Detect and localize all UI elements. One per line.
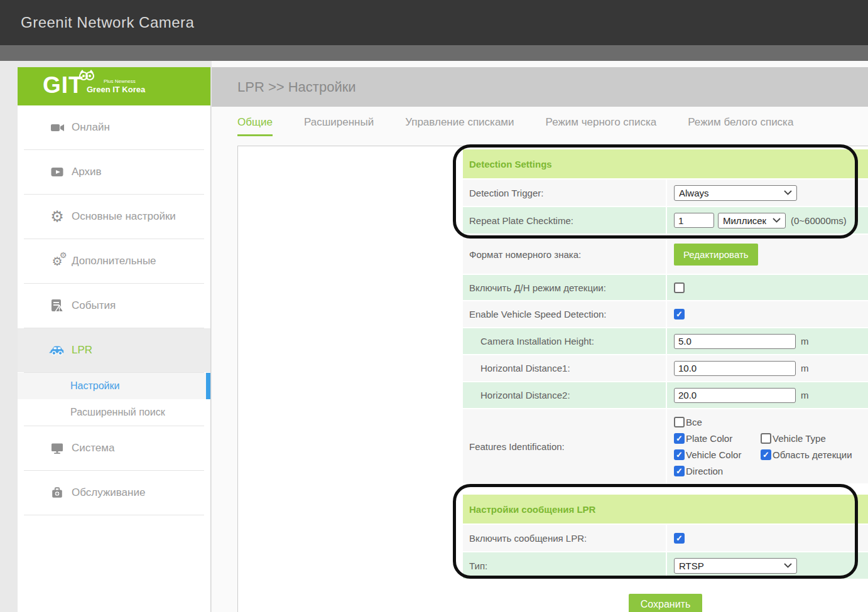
feature-all[interactable]: Все bbox=[674, 417, 761, 427]
row-camera-height: Camera Installation Height: m bbox=[463, 328, 868, 354]
chevron-down-icon bbox=[784, 190, 792, 195]
sidebar-item-basic-settings[interactable]: ⚙ Основные настройки bbox=[18, 195, 210, 239]
sidebar-subitem-advanced-search[interactable]: Расширенный поиск bbox=[18, 399, 210, 426]
message-type-value: RTSP bbox=[679, 561, 704, 571]
feature-direction[interactable]: Direction bbox=[674, 466, 761, 476]
feature-all-label: Все bbox=[686, 417, 702, 427]
gears-icon: ⚙⚙ bbox=[49, 255, 65, 267]
owl-icon bbox=[77, 68, 96, 82]
sidebar: GIT Plus Newness Green IT Korea Онлайн bbox=[18, 67, 211, 612]
speed-detection-checkbox[interactable] bbox=[674, 309, 685, 319]
enable-lpr-messages-checkbox[interactable] bbox=[674, 533, 685, 544]
tab-blacklist-mode[interactable]: Режим черного списка bbox=[546, 116, 657, 136]
tab-general[interactable]: Общие bbox=[237, 116, 273, 136]
settings-panel: Detection Settings Detection Trigger: Al… bbox=[237, 146, 868, 612]
row-detection-trigger: Detection Trigger: Always bbox=[463, 180, 868, 206]
detection-trigger-label: Detection Trigger: bbox=[463, 180, 666, 206]
feature-vehicle-color[interactable]: Vehicle Color bbox=[674, 449, 761, 460]
row-plate-format: Формат номерного знака: Редактировать bbox=[463, 235, 868, 274]
detection-trigger-value: Always bbox=[679, 188, 709, 198]
edit-plate-format-button[interactable]: Редактировать bbox=[674, 244, 758, 266]
sidebar-item-label: Основные настройки bbox=[72, 210, 176, 223]
sidebar-item-archive[interactable]: Архив bbox=[18, 150, 210, 194]
feature-detection-area[interactable]: Область детекции bbox=[761, 449, 852, 460]
monitor-icon bbox=[49, 441, 65, 456]
feature-detection-area-label: Область детекции bbox=[773, 449, 852, 460]
event-document-icon bbox=[49, 298, 65, 313]
save-row: Сохранить bbox=[463, 594, 868, 612]
sidebar-divider bbox=[24, 515, 204, 515]
tab-bar: Общие Расширенный Управление списками Ре… bbox=[237, 116, 793, 136]
horizontal-distance1-input[interactable] bbox=[674, 361, 796, 376]
speed-detection-label: Enable Vehicle Speed Detection: bbox=[463, 301, 666, 327]
feature-vehicle-type-checkbox[interactable] bbox=[761, 433, 771, 444]
feature-direction-checkbox[interactable] bbox=[674, 466, 685, 476]
row-repeat-checktime: Repeat Plate Checktime: Миллисек (0~6000… bbox=[463, 207, 868, 234]
repeat-checktime-input[interactable] bbox=[674, 213, 714, 228]
section-header-lpr-messages: Настройки сообщения LPR bbox=[463, 495, 868, 523]
brand-logo: GIT Plus Newness Green IT Korea bbox=[18, 67, 210, 105]
sidebar-item-label: Архив bbox=[72, 166, 102, 178]
active-indicator-bar bbox=[206, 373, 210, 399]
sidebar-menu: Онлайн Архив ⚙ Основные настройки ⚙⚙ Доп… bbox=[18, 105, 210, 515]
feature-vehicle-color-checkbox[interactable] bbox=[674, 449, 685, 460]
tab-whitelist-mode[interactable]: Режим белого списка bbox=[688, 116, 793, 136]
repeat-checktime-label: Repeat Plate Checktime: bbox=[463, 207, 666, 234]
feature-vehicle-color-label: Vehicle Color bbox=[686, 449, 741, 460]
breadcrumb: LPR >> Настройки bbox=[237, 79, 356, 95]
logo-tagline-bottom: Green IT Korea bbox=[87, 85, 145, 94]
toolbox-icon bbox=[49, 486, 65, 500]
section-header-detection-settings: Detection Settings bbox=[463, 149, 868, 178]
row-day-night-mode: Включить Д/Н режим детекции: bbox=[463, 275, 868, 300]
sidebar-item-system[interactable]: Система bbox=[18, 426, 210, 470]
sidebar-item-events[interactable]: События bbox=[18, 284, 210, 328]
sidebar-item-label: Система bbox=[72, 442, 114, 454]
sidebar-item-label: События bbox=[72, 299, 116, 312]
detection-trigger-select[interactable]: Always bbox=[674, 185, 797, 201]
sidebar-item-advanced[interactable]: ⚙⚙ Дополнительные bbox=[18, 239, 210, 283]
row-horizontal-distance1: Horizontal Distance1: m bbox=[463, 355, 868, 381]
sidebar-item-maintenance[interactable]: Обслуживание bbox=[18, 471, 210, 515]
horizontal-distance2-input[interactable] bbox=[674, 388, 796, 403]
feature-plate-color[interactable]: Plate Color bbox=[674, 433, 761, 444]
video-camera-icon bbox=[49, 120, 65, 135]
row-horizontal-distance2: Horizontal Distance2: m bbox=[463, 382, 868, 408]
feature-direction-label: Direction bbox=[686, 466, 723, 476]
day-night-mode-label: Включить Д/Н режим детекции: bbox=[463, 275, 666, 300]
feature-detection-area-checkbox[interactable] bbox=[761, 449, 771, 460]
sidebar-item-label: Обслуживание bbox=[72, 486, 145, 499]
sidebar-subitem-label: Настройки bbox=[70, 380, 119, 392]
settings-table: Detection Settings Detection Trigger: Al… bbox=[463, 149, 868, 612]
sidebar-item-label: Онлайн bbox=[72, 121, 110, 134]
car-icon bbox=[49, 343, 65, 358]
horizontal-distance1-unit: m bbox=[801, 363, 809, 373]
feature-plate-color-checkbox[interactable] bbox=[674, 433, 685, 444]
features-checkbox-group: Все Plate Color Vehicle Type bbox=[674, 414, 852, 479]
header-sub-strip bbox=[0, 45, 868, 61]
horizontal-distance2-unit: m bbox=[801, 390, 809, 400]
save-button[interactable]: Сохранить bbox=[629, 594, 703, 612]
feature-vehicle-type[interactable]: Vehicle Type bbox=[761, 433, 826, 444]
camera-height-input[interactable] bbox=[674, 334, 796, 349]
breadcrumb-band: LPR >> Настройки bbox=[212, 67, 868, 107]
sidebar-item-lpr[interactable]: LPR bbox=[18, 328, 210, 372]
logo-tagline-top: Plus Newness bbox=[104, 78, 136, 84]
chevron-down-icon bbox=[784, 563, 792, 568]
feature-all-checkbox[interactable] bbox=[674, 417, 685, 427]
tab-advanced[interactable]: Расширенный bbox=[304, 116, 374, 136]
features-identification-label: Features Identification: bbox=[463, 409, 666, 483]
camera-height-label: Camera Installation Height: bbox=[463, 328, 666, 354]
message-type-label: Тип: bbox=[463, 552, 666, 579]
row-speed-detection: Enable Vehicle Speed Detection: bbox=[463, 301, 868, 327]
checktime-range-hint: (0~60000ms) bbox=[791, 215, 847, 226]
checktime-unit-select[interactable]: Миллисек bbox=[718, 213, 786, 228]
sidebar-item-label: Дополнительные bbox=[72, 255, 156, 267]
sidebar-subitem-settings[interactable]: Настройки bbox=[18, 373, 210, 399]
sidebar-subitem-label: Расширенный поиск bbox=[70, 407, 165, 418]
sidebar-item-online[interactable]: Онлайн bbox=[18, 105, 210, 149]
app-title: Greenit Network Camera bbox=[21, 14, 194, 31]
row-message-type: Тип: RTSP bbox=[463, 552, 868, 579]
tab-list-management[interactable]: Управление списками bbox=[405, 116, 514, 136]
day-night-mode-checkbox[interactable] bbox=[674, 282, 685, 293]
message-type-select[interactable]: RTSP bbox=[674, 558, 797, 574]
